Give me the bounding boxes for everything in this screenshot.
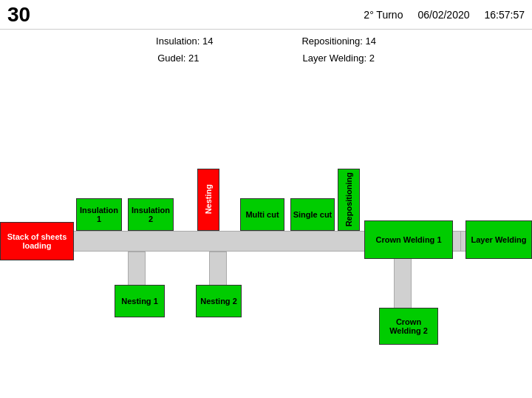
stack-loading-station[interactable]: Stack of sheets loading — [0, 222, 74, 260]
nesting1-station[interactable]: Nesting 1 — [115, 285, 165, 317]
crown-welding1-station[interactable]: Crown Welding 1 — [364, 220, 453, 259]
header: 30 2° Turno 06/02/2020 16:57:57 — [0, 0, 532, 30]
time-label: 16:57:57 — [485, 9, 525, 21]
gudel-stat: Gudel: 21 — [157, 51, 199, 67]
nesting-station-vertical[interactable]: Nesting — [197, 169, 219, 231]
date-label: 06/02/2020 — [417, 9, 469, 21]
layer-welding-station[interactable]: Layer Welding — [466, 220, 532, 259]
insulation-stat: Insulation: 14 — [156, 34, 213, 50]
turno-label: 2° Turno — [364, 9, 403, 21]
singlecut-station[interactable]: Single cut — [290, 198, 335, 231]
connector-nesting1-down — [128, 252, 146, 289]
process-diagram: Stack of sheets loading Insulation 1 Ins… — [0, 74, 532, 377]
repositioning-stat: Repositioning: 14 — [301, 34, 375, 50]
insulation2-station[interactable]: Insulation 2 — [128, 198, 174, 231]
multicut-station[interactable]: Multi cut — [240, 198, 284, 231]
insulation1-station[interactable]: Insulation 1 — [76, 198, 122, 231]
connector-nesting2-down — [209, 252, 227, 289]
crown-welding2-station[interactable]: Crown Welding 2 — [379, 308, 438, 345]
connector-crownwelding2-down — [394, 252, 412, 311]
header-info: 2° Turno 06/02/2020 16:57:57 — [364, 9, 525, 21]
repositioning-station[interactable]: Repositioning — [338, 169, 360, 231]
stats-bar: Insulation: 14 Repositioning: 14 Gudel: … — [0, 30, 532, 71]
page-number: 30 — [7, 3, 30, 27]
nesting2-station[interactable]: Nesting 2 — [196, 285, 242, 317]
layer-welding-stat: Layer Welding: 2 — [303, 51, 375, 67]
